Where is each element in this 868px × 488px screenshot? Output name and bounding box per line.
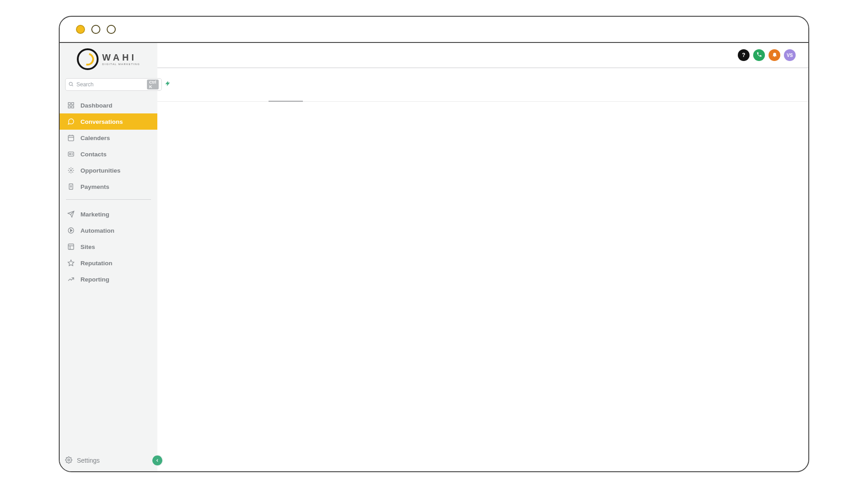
brand-tagline: DIGITAL MARKETING bbox=[102, 63, 140, 66]
receipt-icon bbox=[67, 183, 75, 190]
phone-icon bbox=[756, 52, 762, 59]
sidebar-item-label: Opportunities bbox=[80, 167, 121, 174]
window-maximize-dot[interactable] bbox=[107, 25, 116, 34]
svg-line-22 bbox=[72, 168, 73, 169]
notifications-button[interactable] bbox=[769, 49, 780, 61]
brand-logo: WAHI DIGITAL MARKETING bbox=[60, 43, 157, 75]
window-minimize-dot[interactable] bbox=[91, 25, 100, 34]
app-window: WAHI DIGITAL MARKETING Ctrl K bbox=[59, 16, 809, 472]
sub-navbar bbox=[157, 68, 808, 102]
brand-name: WAHI bbox=[102, 53, 140, 62]
grid-icon bbox=[67, 102, 75, 109]
sidebar-item-marketing[interactable]: Marketing bbox=[60, 206, 157, 222]
nav-secondary: Marketing Automation Sites Reputation bbox=[60, 202, 157, 287]
sidebar-item-label: Sites bbox=[80, 244, 95, 250]
sidebar-item-contacts[interactable]: Contacts bbox=[60, 146, 157, 162]
nav-divider bbox=[66, 199, 151, 200]
svg-point-0 bbox=[69, 82, 72, 85]
user-avatar[interactable]: VS bbox=[784, 49, 796, 61]
sidebar-item-label: Conversations bbox=[80, 118, 123, 125]
svg-line-1 bbox=[72, 85, 73, 86]
sidebar-item-label: Reporting bbox=[80, 276, 109, 283]
search-box[interactable]: Ctrl K bbox=[65, 78, 162, 91]
play-icon bbox=[67, 227, 75, 234]
brand-mark-icon bbox=[77, 48, 99, 70]
sidebar-item-label: Contacts bbox=[80, 151, 107, 158]
sidebar-item-reporting[interactable]: Reporting bbox=[60, 271, 157, 287]
sidebar-item-opportunities[interactable]: Opportunities bbox=[60, 162, 157, 178]
sidebar-item-conversations[interactable]: Conversations bbox=[60, 113, 157, 130]
svg-line-19 bbox=[69, 168, 70, 169]
svg-point-34 bbox=[68, 459, 70, 461]
help-button[interactable]: ? bbox=[738, 49, 750, 61]
svg-rect-6 bbox=[68, 136, 74, 141]
help-icon: ? bbox=[742, 52, 745, 58]
sidebar: WAHI DIGITAL MARKETING Ctrl K bbox=[60, 43, 157, 471]
search-shortcut: Ctrl K bbox=[147, 80, 159, 89]
sidebar-item-label: Marketing bbox=[80, 211, 109, 218]
content-area bbox=[157, 102, 808, 471]
sidebar-item-automation[interactable]: Automation bbox=[60, 222, 157, 239]
svg-line-20 bbox=[72, 172, 73, 173]
gear-icon bbox=[65, 456, 72, 465]
sidebar-item-label: Payments bbox=[80, 183, 109, 190]
sidebar-item-label: Automation bbox=[80, 227, 114, 234]
trend-icon bbox=[67, 276, 75, 283]
sidebar-item-label: Dashboard bbox=[80, 102, 113, 109]
sidebar-item-payments[interactable]: Payments bbox=[60, 178, 157, 195]
nav-primary: Dashboard Conversations Calenders Contac… bbox=[60, 94, 157, 195]
svg-rect-4 bbox=[68, 106, 71, 108]
main-area: ? VS bbox=[157, 43, 808, 471]
svg-point-11 bbox=[70, 154, 71, 155]
calendar-icon bbox=[67, 134, 75, 141]
svg-rect-5 bbox=[71, 106, 74, 108]
collapse-sidebar-button[interactable] bbox=[152, 455, 162, 465]
search-row: Ctrl K bbox=[60, 75, 157, 94]
chat-icon bbox=[67, 118, 75, 125]
layout-icon bbox=[67, 243, 75, 250]
svg-line-21 bbox=[69, 172, 70, 173]
settings-link[interactable]: Settings bbox=[77, 457, 100, 464]
active-tab-underline bbox=[269, 101, 303, 102]
sidebar-footer: Settings bbox=[60, 450, 157, 471]
sidebar-item-dashboard[interactable]: Dashboard bbox=[60, 97, 157, 113]
sidebar-item-sites[interactable]: Sites bbox=[60, 239, 157, 255]
star-icon bbox=[67, 259, 75, 267]
svg-point-14 bbox=[71, 170, 72, 171]
card-icon bbox=[67, 150, 75, 158]
send-icon bbox=[67, 211, 75, 218]
topbar: ? VS bbox=[157, 43, 808, 68]
svg-marker-29 bbox=[71, 229, 72, 231]
avatar-initials: VS bbox=[787, 53, 793, 58]
svg-rect-2 bbox=[68, 103, 71, 105]
svg-marker-33 bbox=[68, 260, 74, 266]
spark-icon bbox=[67, 167, 75, 174]
svg-rect-30 bbox=[68, 244, 74, 249]
search-icon bbox=[68, 80, 74, 89]
search-input[interactable] bbox=[76, 81, 144, 88]
sidebar-item-calenders[interactable]: Calenders bbox=[60, 130, 157, 146]
window-titlebar bbox=[60, 17, 808, 43]
call-button[interactable] bbox=[753, 49, 765, 61]
window-close-dot[interactable] bbox=[76, 25, 85, 34]
sidebar-item-label: Calenders bbox=[80, 135, 110, 141]
svg-rect-3 bbox=[71, 103, 74, 105]
bell-icon bbox=[772, 52, 778, 59]
sidebar-item-label: Reputation bbox=[80, 260, 113, 267]
sidebar-item-reputation[interactable]: Reputation bbox=[60, 255, 157, 271]
